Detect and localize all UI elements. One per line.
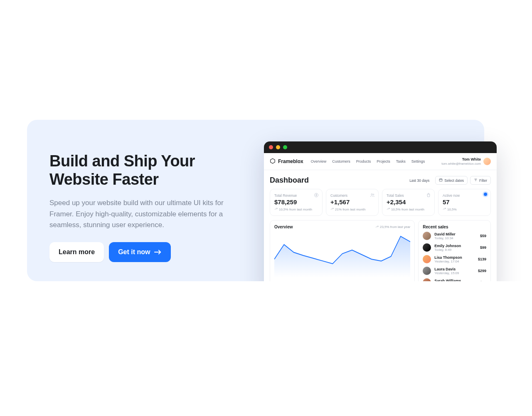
filter-button[interactable]: Filter	[470, 176, 491, 185]
crop-mask	[0, 281, 532, 416]
stat-label: Customers	[330, 193, 374, 198]
user-email: tom.white@frameblox.com	[441, 162, 481, 166]
header-nav: Overview Customers Products Projects Tas…	[311, 159, 425, 163]
brand: Frameblox	[270, 158, 303, 165]
users-icon	[370, 193, 375, 198]
stat-delta-text: 10,5% from last month	[391, 208, 424, 211]
stat-value: +2,354	[387, 198, 430, 206]
stat-delta: 10,5% from last month	[387, 207, 430, 211]
recent-sales-title: Recent sales	[423, 225, 448, 229]
overview-chart	[274, 232, 410, 277]
hero-subheading: Speed up your website build with our ult…	[49, 198, 249, 230]
select-dates-button[interactable]: Select dates	[435, 176, 468, 185]
sale-amount: $59	[480, 234, 486, 238]
sale-time: Yesterday, 15:09	[434, 271, 459, 275]
nav-settings[interactable]: Settings	[411, 159, 425, 163]
overview-delta: 23,5% from last year	[375, 225, 410, 229]
trend-up-icon	[330, 207, 334, 211]
arrow-right-icon	[154, 249, 162, 255]
nav-projects[interactable]: Projects	[377, 159, 390, 163]
trend-up-icon	[274, 207, 278, 211]
stat-delta: 10,5%	[443, 207, 486, 211]
filter-row: Last 30 days Select dates Filter	[406, 176, 491, 185]
sale-time: Yesterday, 17:04	[434, 260, 462, 263]
avatar	[423, 255, 431, 263]
learn-more-label: Learn more	[59, 248, 95, 256]
trend-up-icon	[387, 207, 390, 211]
stat-delta-text: 21% from last month	[335, 208, 365, 211]
nav-customers[interactable]: Customers	[332, 159, 350, 163]
stat-delta: 10,5% from last month	[274, 207, 318, 211]
stat-delta-text: 10,5%	[447, 208, 457, 211]
stat-value: $78,259	[274, 198, 318, 206]
sale-amount: $299	[478, 269, 486, 273]
svg-point-10	[371, 194, 372, 195]
filter-icon	[474, 178, 478, 183]
hexagon-icon	[270, 158, 276, 165]
svg-marker-1	[271, 158, 275, 163]
sale-name: Emily Johnson	[434, 244, 461, 248]
stat-label: Active now	[443, 193, 486, 198]
hero-copy: Build and Ship Your Website Faster Speed…	[49, 152, 257, 262]
avatar	[423, 232, 431, 240]
nav-tasks[interactable]: Tasks	[396, 159, 406, 163]
get-it-now-label: Get it now	[118, 248, 150, 256]
live-dot-icon	[484, 193, 487, 196]
hero-heading: Build and Ship Your Website Faster	[49, 152, 257, 188]
dashboard-mock-window: Frameblox Overview Customers Products Pr…	[264, 141, 497, 297]
stat-active-now: Active now 57 10,5%	[438, 189, 491, 216]
bag-icon	[426, 193, 431, 198]
page-title: Dashboard	[270, 176, 309, 185]
overview-panel: Overview 23,5% from last year	[270, 220, 415, 291]
select-dates-label: Select dates	[444, 178, 464, 183]
sale-amount: $139	[478, 257, 486, 261]
recent-sales-panel: Recent sales David Miller Today, 10:34 $…	[418, 220, 491, 291]
sale-row[interactable]: Lisa Thompson Yesterday, 17:04 $139	[423, 255, 486, 263]
app-header: Frameblox Overview Customers Products Pr…	[264, 153, 497, 170]
range-label: Last 30 days	[406, 177, 433, 184]
get-it-now-button[interactable]: Get it now	[109, 242, 171, 262]
stat-grid: Total Revenue $78,259 10,5% from last mo…	[264, 189, 497, 220]
user-name: Tom White	[441, 157, 481, 162]
sales-list: David Miller Today, 10:34 $59 Emily John…	[423, 232, 486, 287]
filter-label: Filter	[479, 178, 487, 183]
stat-value: +1,567	[330, 198, 374, 206]
dollar-icon	[314, 193, 319, 198]
trend-up-icon	[375, 225, 379, 229]
calendar-icon	[439, 178, 443, 183]
hero-button-row: Learn more Get it now	[49, 242, 257, 262]
stat-value: 57	[443, 198, 486, 206]
nav-overview[interactable]: Overview	[311, 159, 327, 163]
svg-rect-2	[439, 179, 442, 181]
avatar	[483, 158, 491, 165]
svg-point-11	[373, 194, 374, 196]
trend-up-icon	[443, 207, 446, 211]
sale-row[interactable]: Laura Davis Yesterday, 15:09 $299	[423, 267, 486, 275]
sale-row[interactable]: Emily Johnson Today, 8:49 $99	[423, 243, 486, 252]
avatar	[423, 267, 431, 275]
sale-name: Lisa Thompson	[434, 255, 462, 260]
stat-total-revenue: Total Revenue $78,259 10,5% from last mo…	[270, 189, 323, 216]
dashboard-subheader: Dashboard Last 30 days Select dates Filt…	[264, 170, 497, 189]
stat-customers: Customers +1,567 21% from last month	[326, 189, 379, 216]
sale-time: Today, 8:49	[434, 248, 461, 252]
user-badge[interactable]: Tom White tom.white@frameblox.com	[441, 157, 491, 166]
stat-label: Total Revenue	[274, 193, 318, 198]
sale-name: Laura Davis	[434, 267, 459, 271]
nav-products[interactable]: Products	[356, 159, 371, 163]
sale-time: Today, 10:34	[434, 236, 456, 240]
learn-more-button[interactable]: Learn more	[49, 242, 104, 262]
avatar	[423, 243, 431, 252]
stat-label: Total Sales	[387, 193, 430, 198]
overview-delta-text: 23,5% from last year	[380, 225, 410, 229]
window-close-icon	[269, 145, 273, 149]
window-minimize-icon	[276, 145, 280, 149]
brand-name: Frameblox	[278, 158, 303, 164]
sale-row[interactable]: David Miller Today, 10:34 $59	[423, 232, 486, 240]
window-maximize-icon	[283, 145, 287, 149]
sale-amount: $99	[480, 245, 486, 250]
sale-name: David Miller	[434, 232, 456, 236]
stat-total-sales: Total Sales +2,354 10,5% from last month	[382, 189, 435, 216]
window-titlebar	[264, 141, 497, 153]
stat-delta-text: 10,5% from last month	[279, 208, 312, 211]
